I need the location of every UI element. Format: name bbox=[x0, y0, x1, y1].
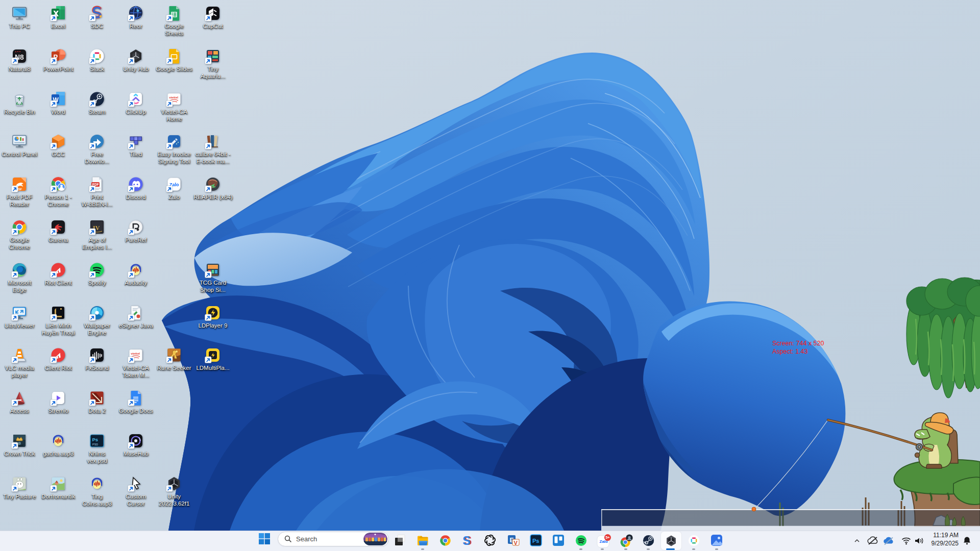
svg-text:S: S bbox=[462, 534, 471, 547]
svg-text:viettel: viettel bbox=[169, 95, 178, 99]
svg-text:V: V bbox=[514, 540, 518, 546]
svg-text:Ps: Ps bbox=[92, 437, 99, 442]
svg-text:z: z bbox=[968, 537, 969, 540]
svg-text:Ps: Ps bbox=[532, 538, 539, 544]
svg-text:PSD: PSD bbox=[92, 443, 98, 446]
svg-text:5+: 5+ bbox=[605, 535, 610, 540]
svg-text:viettel: viettel bbox=[131, 352, 140, 355]
